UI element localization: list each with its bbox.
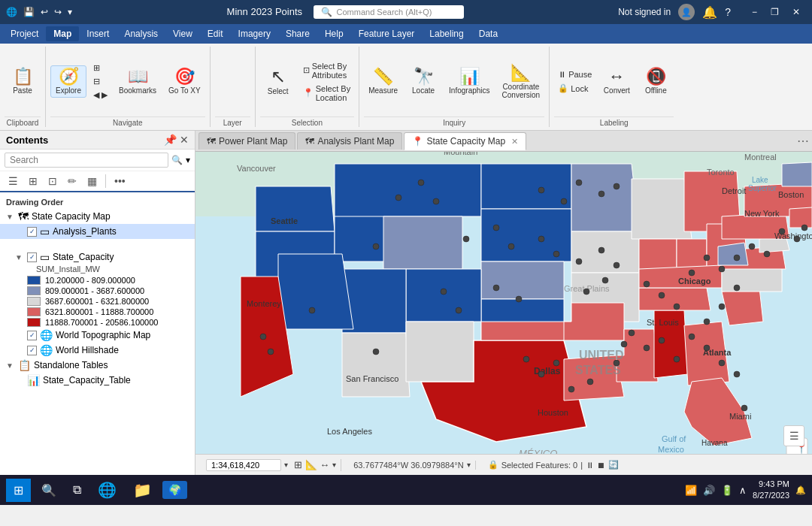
bookmarks-button[interactable]: 📖 Bookmarks: [114, 66, 161, 97]
select-button[interactable]: ↖ Select: [260, 65, 296, 98]
fixed-zoom-button[interactable]: ⊞: [89, 62, 111, 74]
symbology-btn[interactable]: ✏: [64, 174, 80, 189]
checkbox-world-topo[interactable]: ✓: [27, 331, 37, 340]
command-search-box[interactable]: 🔍 Command Search (Alt+Q): [314, 5, 464, 19]
map-area-expand-icon[interactable]: ⋯: [797, 134, 809, 148]
clock-display[interactable]: 9:43 PM 8/27/2023: [753, 479, 789, 502]
help-icon[interactable]: ?: [725, 6, 731, 18]
measure-button[interactable]: 📏 Measure: [364, 66, 402, 97]
ie-icon[interactable]: 🌐: [92, 478, 123, 502]
notification-icon[interactable]: 🔔: [702, 5, 717, 20]
menu-item-map[interactable]: Map: [46, 26, 79, 41]
notification-taskbar-icon[interactable]: 🔔: [795, 485, 806, 495]
tab-close-state-cap[interactable]: ✕: [511, 137, 518, 147]
scale-expand-icon[interactable]: ▾: [284, 461, 288, 469]
search-taskbar-button[interactable]: 🔍: [35, 480, 62, 500]
more-btn[interactable]: •••: [111, 174, 129, 189]
menu-item-labeling[interactable]: Labeling: [422, 26, 471, 41]
refresh-status-icon[interactable]: 🔄: [608, 460, 619, 470]
main-area: Contents 📌 ✕ 🔍 ▾ ☰ ⊞ ⊡ ✏ ▦ ••• Drawing O…: [0, 131, 812, 475]
menu-item-data[interactable]: Data: [471, 26, 505, 41]
chevron-icon[interactable]: ∧: [739, 485, 747, 496]
pin-icon[interactable]: 📌: [164, 134, 177, 146]
tab-state-capacity-map[interactable]: 📍 State Capacity Map ✕: [404, 132, 526, 150]
checkbox-world-hillshade[interactable]: ✓: [27, 346, 37, 355]
selection-label: Selection: [260, 116, 354, 127]
task-view-button[interactable]: ⧉: [67, 480, 87, 500]
filter-btn[interactable]: ⊡: [44, 174, 61, 189]
menu-item-imagery[interactable]: Imagery: [231, 26, 278, 41]
checkbox-analysis-plants[interactable]: ✓: [27, 227, 37, 237]
table-view-btn[interactable]: ⊞: [25, 174, 41, 189]
explore-button[interactable]: 🧭 Explore: [50, 65, 86, 98]
pause-status-icon[interactable]: ⏸: [586, 461, 594, 470]
layer-item-world-topo[interactable]: ✓ 🌐 World Topographic Map: [0, 328, 195, 343]
close-panel-icon[interactable]: ✕: [180, 134, 189, 146]
coord-expand-icon[interactable]: ▾: [467, 461, 471, 469]
layer-item-analysis-plants[interactable]: ✓ ▭ Analysis_Plants: [0, 224, 195, 239]
checkbox-state-capacity[interactable]: ✓: [27, 252, 37, 262]
coordinate-conversion-button[interactable]: 📐 CoordinateConversion: [498, 62, 545, 101]
minimize-button[interactable]: −: [746, 5, 763, 19]
zoom-extent-button[interactable]: ⊟: [89, 75, 111, 88]
scale-input[interactable]: [206, 459, 281, 471]
close-button[interactable]: ✕: [786, 5, 806, 19]
quick-access-save[interactable]: 💾: [23, 7, 35, 17]
quick-access-undo[interactable]: ↩: [41, 7, 48, 17]
layer-item-world-hillshade[interactable]: ✓ 🌐 World Hillshade: [0, 343, 195, 358]
menu-item-project[interactable]: Project: [3, 26, 46, 41]
layer-icon-state-capacity: ▭: [40, 251, 50, 263]
menu-item-edit[interactable]: Edit: [200, 26, 231, 41]
menu-item-share[interactable]: Share: [278, 26, 317, 41]
volume-icon[interactable]: 🔊: [703, 485, 715, 496]
battery-icon[interactable]: 🔋: [721, 485, 733, 496]
prev-extent-button[interactable]: ◀ ▶: [89, 89, 111, 101]
tab-power-plant-map[interactable]: 🗺 Power Plant Map: [198, 132, 295, 150]
menu-item-view[interactable]: View: [165, 26, 200, 41]
map-overlay-list-icon[interactable]: ☰: [783, 425, 804, 446]
offline-button[interactable]: 📵 Offline: [638, 66, 674, 97]
go-to-xy-button[interactable]: 🎯 Go To XY: [164, 66, 205, 97]
table-item-state-capacity[interactable]: 📊 State_Capacity_Table: [0, 373, 195, 388]
chart-btn[interactable]: ▦: [83, 174, 101, 189]
offline-label: Offline: [645, 86, 667, 95]
svg-point-119: [734, 371, 740, 377]
select-by-loc-button[interactable]: 📍 Select ByLocation: [299, 83, 354, 104]
start-button[interactable]: ⊞: [6, 479, 31, 502]
search-go-icon[interactable]: 🔍: [171, 155, 183, 165]
contents-panel: Contents 📌 ✕ 🔍 ▾ ☰ ⊞ ⊡ ✏ ▦ ••• Drawing O…: [0, 131, 195, 475]
ribbon: 📋 Paste Clipboard 🧭 Explore ⊞ ⊟ ◀ ▶: [0, 44, 812, 131]
explorer-icon[interactable]: 📁: [127, 478, 158, 502]
locate-button[interactable]: 🔭 Locate: [405, 66, 441, 97]
search-options-icon[interactable]: ▾: [186, 155, 190, 165]
svg-point-101: [644, 281, 650, 287]
infographics-button[interactable]: 📊 Infographics: [444, 66, 494, 97]
select-by-attr-button[interactable]: ⊡ Select ByAttributes: [299, 60, 354, 81]
user-avatar[interactable]: 👤: [678, 4, 695, 20]
menu-item-help[interactable]: Help: [317, 26, 351, 41]
convert-button[interactable]: ↔ Convert: [598, 66, 635, 97]
tab-analysis-plant-map[interactable]: 🗺 Analysis Plant Map: [297, 132, 402, 150]
quick-access-redo[interactable]: ↪: [54, 7, 62, 17]
menu-item-analysis[interactable]: Analysis: [117, 26, 165, 41]
menu-item-insert[interactable]: Insert: [79, 26, 117, 41]
pause-button[interactable]: ⏸ Pause: [554, 68, 595, 80]
svg-text:STATES: STATES: [575, 364, 621, 376]
map-item-state-capacity[interactable]: ▼ 🗺 State Capacity Map: [0, 209, 195, 224]
list-view-btn[interactable]: ☰: [5, 174, 22, 189]
arcgis-icon[interactable]: 🌍: [162, 481, 187, 499]
section-standalone-tables[interactable]: ▼ 📋 Standalone Tables: [0, 358, 195, 373]
maximize-button[interactable]: ❐: [765, 5, 785, 19]
svg-point-103: [674, 304, 680, 310]
scale-more-icon[interactable]: ▾: [332, 461, 336, 469]
stop-status-icon[interactable]: ⏹: [597, 461, 605, 470]
lock-button[interactable]: 🔒 Lock: [554, 82, 595, 95]
menu-item-feature-layer[interactable]: Feature Layer: [351, 26, 423, 41]
map-canvas[interactable]: Gulf of Mexico MÉXICO: [195, 152, 812, 454]
layer-item-state-capacity[interactable]: ▼ ✓ ▭ State_Capacity: [0, 249, 195, 265]
network-icon[interactable]: 📶: [685, 485, 697, 496]
measure-icon: 📏: [373, 68, 393, 85]
paste-button[interactable]: 📋 Paste: [5, 66, 41, 97]
svg-point-108: [749, 243, 755, 249]
contents-search-input[interactable]: [5, 153, 168, 168]
